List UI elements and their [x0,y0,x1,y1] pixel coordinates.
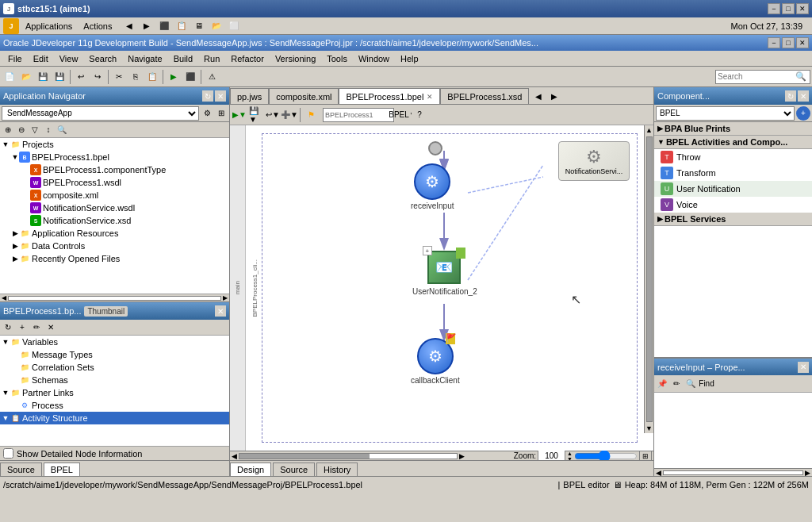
run-menu[interactable]: Run [199,52,224,65]
struct-activity-structure[interactable]: ▼ 📋 Activity Structure [0,412,229,424]
props-btn-3[interactable]: 🔍 [684,378,697,390]
copy-btn[interactable]: ⎘ [128,69,144,85]
tree-projects[interactable]: ▼ 📁 Projects [0,138,229,151]
struct-message-types[interactable]: 📁 Message Types [0,348,229,361]
project-dropdown[interactable]: SendMessageApp [2,106,199,121]
props-find-btn[interactable]: Find [699,376,714,392]
refactor-menu[interactable]: Refactor [226,52,269,65]
edit-menu[interactable]: Edit [29,52,53,65]
canvas-help-btn[interactable]: ? [412,107,427,123]
view-menu[interactable]: View [55,52,83,65]
tab-composite-xml[interactable]: composite.xml [269,88,339,104]
file-menu[interactable]: File [3,52,27,65]
comp-add-btn[interactable]: + [796,106,810,121]
history-tab[interactable]: History [316,463,358,476]
canvas-vscroll[interactable]: ▲ ▼ [644,125,653,433]
tab-bpel-xsd[interactable]: BPELProcess1.xsd [440,88,529,104]
canvas-area[interactable]: ▲ ▼ main BPELProcess1_cli... [230,125,653,451]
props-btn-1[interactable]: 📌 [656,378,668,390]
doc-max-button[interactable]: □ [782,37,795,48]
applications-menu[interactable]: Applications [21,20,77,33]
as-expand[interactable]: ▼ [2,414,10,422]
debug-btn[interactable]: ⬛ [182,69,198,85]
toolbar-btn-7[interactable]: ⬜ [226,18,242,34]
ar-expand[interactable]: ▶ [11,229,19,237]
nav-settings-btn[interactable]: ⚙ [201,107,213,120]
hscroll-left-btn[interactable]: ◀ [232,452,237,460]
undo-btn[interactable]: ↩ [73,69,89,85]
nav-collapse-btn[interactable]: ⊖ [15,124,28,136]
bpel-selector[interactable]: BPEL [656,106,795,121]
help-menu[interactable]: Help [396,52,423,65]
struct-close-btn[interactable]: ✕ [215,305,226,317]
tree-app-resources[interactable]: ▶ 📁 Application Resources [0,227,229,240]
tree-bpel-process[interactable]: ▼ B BPELProcess1.bpel [0,151,229,163]
zoom-slider[interactable] [574,452,638,460]
transform-component[interactable]: T Transform [654,165,812,181]
zoom-up-btn[interactable]: ▲ [567,451,573,456]
right-scroll-left[interactable]: ◀ [656,469,661,477]
right-scroll-track[interactable] [663,470,803,475]
nav-close-btn[interactable]: ✕ [215,90,226,102]
nav-tree[interactable]: ▼ 📁 Projects ▼ B BPELProcess1.bpel X BPE… [0,138,229,294]
canvas-add-btn[interactable]: ➕▼ [282,107,297,123]
rf-expand[interactable]: ▶ [11,255,19,263]
struct-add-btn[interactable]: + [16,321,29,334]
vscroll-down-btn[interactable]: ▼ [645,424,653,433]
right-hscroll[interactable]: ◀ ▶ [654,468,812,476]
design-tab[interactable]: Design [230,463,271,476]
toolbar-btn-3[interactable]: ⬛ [156,18,172,34]
props-btn-2[interactable]: ✏ [670,378,683,390]
cut-btn[interactable]: ✂ [111,69,127,85]
window-menu[interactable]: Window [354,52,394,65]
tree-component-type[interactable]: X BPELProcess1.componentType [0,163,229,176]
tree-data-controls[interactable]: ▶ 📁 Data Controls [0,240,229,252]
bpel-dropdown-btn[interactable]: BPEL▼ [395,107,411,123]
struct-variables[interactable]: ▼ 📁 Variables [0,336,229,348]
canvas-run-btn[interactable]: ▶▼ [232,107,247,123]
search-box[interactable]: 🔍 [715,70,810,84]
pl-expand[interactable]: ▼ [2,389,10,397]
scroll-right-btn[interactable]: ▶ [223,294,228,301]
scroll-left-btn[interactable]: ◀ [2,294,6,301]
user-notification-element[interactable]: 📧 + UserNotification_2 [412,251,477,296]
search-input[interactable] [716,72,795,81]
tree-notif-xsd[interactable]: S NotificationService.xsd [0,214,229,227]
bpa-section-header[interactable]: ▶ BPA Blue Prints [654,122,812,136]
nav-refresh-btn[interactable]: ↻ [202,90,213,102]
paste-btn[interactable]: 📋 [144,69,160,85]
source-view-tab[interactable]: Source [273,463,315,476]
partner-box[interactable]: ⚙ NotificationServi... [558,141,630,181]
nav-filter-btn[interactable]: ▽ [29,124,41,136]
search-menu[interactable]: Search [84,52,121,65]
build-menu[interactable]: Build [169,52,197,65]
tab-prev-btn[interactable]: ◀ [530,88,546,104]
projects-expand[interactable]: ▼ [2,140,10,148]
tree-bpel-wsdl[interactable]: W BPELProcess1.wsdl [0,176,229,189]
struct-delete-btn[interactable]: ✕ [44,321,57,334]
canvas-hscroll[interactable]: ◀ ▶ Zoom: ▲ ▼ ⊞ [230,451,653,460]
throw-component[interactable]: T Throw [654,149,812,165]
hscroll-thumb[interactable] [239,454,370,459]
navigate-menu[interactable]: Navigate [123,52,167,65]
tab-next-btn[interactable]: ▶ [546,88,562,104]
nav-expand-btn[interactable]: ⊕ [2,124,14,136]
bpel-expand[interactable]: ▼ [11,153,19,161]
close-button[interactable]: ✕ [796,3,809,14]
receive-input-element[interactable]: ⚙ receiveInput [411,163,454,210]
toolbar-btn-4[interactable]: 📋 [174,18,190,34]
run-btn[interactable]: ▶ [166,69,182,85]
tree-composite-xml[interactable]: X composite.xml [0,189,229,202]
tab-bpel-process[interactable]: BPELProcess1.bpel ✕ [339,88,440,104]
hscroll-track[interactable] [239,453,458,459]
var-expand[interactable]: ▼ [2,338,10,346]
hscroll-right-btn[interactable]: ▶ [459,452,465,460]
bpel-activities-section-header[interactable]: ▼ BPEL Activities and Compo... [654,136,812,149]
redo-btn[interactable]: ↪ [90,69,105,85]
notification-partner[interactable]: ⚙ NotificationServi... [558,141,630,181]
callback-client-element[interactable]: ⚙ 🚩 callbackClient [411,338,460,385]
vscroll-thumb[interactable] [646,136,653,422]
maximize-button[interactable]: □ [782,3,795,14]
bpel-tab-close[interactable]: ✕ [427,93,433,101]
receive-input-icon[interactable]: ⚙ [414,163,450,200]
